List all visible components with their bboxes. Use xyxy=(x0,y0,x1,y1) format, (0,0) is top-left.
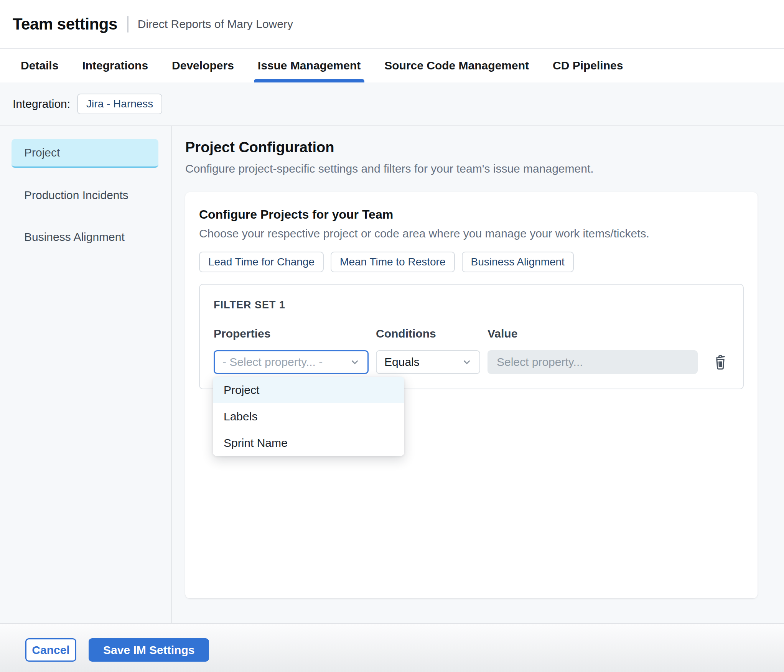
card-description: Choose your respective project or code a… xyxy=(199,227,744,240)
sidebar-item-business-alignment[interactable]: Business Alignment xyxy=(12,222,158,252)
tab-label: Integrations xyxy=(82,59,148,72)
tab-developers[interactable]: Developers xyxy=(168,49,238,82)
section-title: Project Configuration xyxy=(185,139,784,156)
sidebar-item-label: Business Alignment xyxy=(24,231,125,244)
save-im-settings-button[interactable]: Save IM Settings xyxy=(89,638,209,662)
tab-cd-pipelines[interactable]: CD Pipelines xyxy=(549,49,627,82)
page-title: Team settings xyxy=(13,15,117,33)
card-title: Configure Projects for your Team xyxy=(199,208,744,222)
project-configuration-panel: Project Configuration Configure project-… xyxy=(172,126,784,623)
property-options-menu: Project Labels Sprint Name xyxy=(213,377,404,456)
integration-label: Integration: xyxy=(13,97,70,110)
menu-item-labels[interactable]: Labels xyxy=(213,403,404,430)
menu-item-project[interactable]: Project xyxy=(213,377,404,403)
filter-grid: Properties Conditions Value - Select pro… xyxy=(214,327,729,374)
value-input[interactable] xyxy=(488,350,698,374)
metric-tab-mean-time-to-restore[interactable]: Mean Time to Restore xyxy=(331,252,455,272)
sidebar-item-project[interactable]: Project xyxy=(12,139,158,168)
integration-row: Integration: Jira - Harness xyxy=(0,82,784,125)
tab-source-code-management[interactable]: Source Code Management xyxy=(380,49,533,82)
property-select-placeholder: - Select property... - xyxy=(222,356,323,369)
column-header-value: Value xyxy=(488,327,698,340)
tab-label: CD Pipelines xyxy=(553,59,623,72)
tab-label: Issue Management xyxy=(258,59,361,72)
sidebar-item-production-incidents[interactable]: Production Incidents xyxy=(12,181,158,210)
sidebar-item-label: Project xyxy=(24,146,60,159)
menu-item-sprint-name[interactable]: Sprint Name xyxy=(213,430,404,456)
title-separator xyxy=(127,16,128,33)
property-select-wrap: - Select property... - Project Labels Sp… xyxy=(214,350,369,374)
column-header-properties: Properties xyxy=(214,327,369,340)
property-select[interactable]: - Select property... - xyxy=(214,350,369,374)
filter-set-title: FILTER SET 1 xyxy=(214,299,729,311)
cancel-button[interactable]: Cancel xyxy=(25,638,76,662)
delete-filter-button[interactable] xyxy=(710,351,730,373)
tab-label: Source Code Management xyxy=(384,59,529,72)
tab-integrations[interactable]: Integrations xyxy=(78,49,152,82)
tab-issue-management[interactable]: Issue Management xyxy=(254,49,364,82)
tab-label: Developers xyxy=(172,59,234,72)
filter-set-1: FILTER SET 1 Properties Conditions Value… xyxy=(199,284,744,389)
condition-select-wrap: Equals xyxy=(376,350,480,374)
metric-tab-lead-time-for-change[interactable]: Lead Time for Change xyxy=(199,252,324,272)
tab-details[interactable]: Details xyxy=(17,49,62,82)
section-description: Configure project-specific settings and … xyxy=(185,162,784,175)
page-subtitle: Direct Reports of Mary Lowery xyxy=(138,18,293,31)
issue-management-content: Integration: Jira - Harness Project Prod… xyxy=(0,82,784,623)
condition-select-value: Equals xyxy=(384,356,420,369)
trash-icon xyxy=(713,354,728,371)
sidebar-item-label: Production Incidents xyxy=(24,189,128,202)
settings-sidebar: Project Production Incidents Business Al… xyxy=(0,126,172,623)
condition-select[interactable]: Equals xyxy=(376,350,480,374)
chevron-down-icon xyxy=(349,356,361,368)
metric-tab-row: Lead Time for Change Mean Time to Restor… xyxy=(199,252,744,272)
settings-tab-bar: Details Integrations Developers Issue Ma… xyxy=(0,48,784,82)
active-tab-underline xyxy=(254,79,364,82)
metric-tab-business-alignment[interactable]: Business Alignment xyxy=(462,252,574,272)
footer-action-bar: Cancel Save IM Settings xyxy=(0,623,784,672)
configure-projects-card: Configure Projects for your Team Choose … xyxy=(185,192,758,598)
integration-chip[interactable]: Jira - Harness xyxy=(77,94,162,114)
team-settings-page: Team settings Direct Reports of Mary Low… xyxy=(0,0,784,672)
column-header-conditions: Conditions xyxy=(376,327,480,340)
page-header: Team settings Direct Reports of Mary Low… xyxy=(0,0,784,48)
tab-label: Details xyxy=(21,59,58,72)
chevron-down-icon xyxy=(461,356,473,368)
